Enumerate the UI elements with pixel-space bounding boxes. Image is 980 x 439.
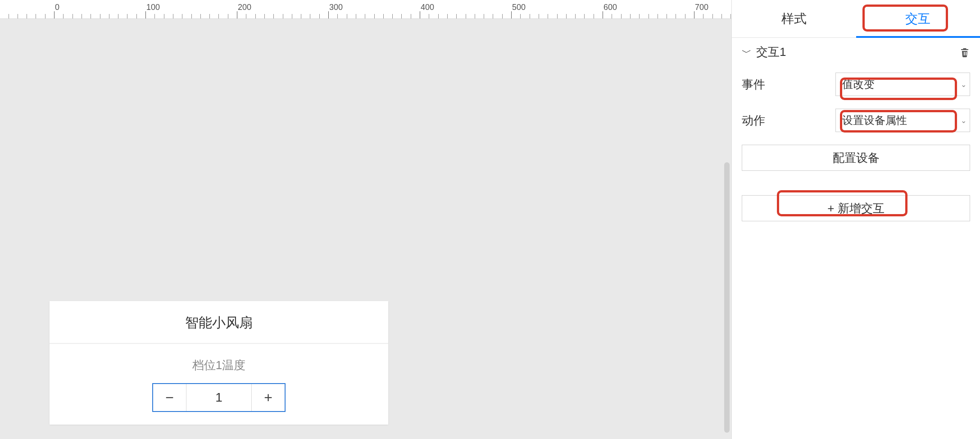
- ruler-label: 400: [421, 3, 434, 12]
- panel-tabs: 样式 交互: [732, 0, 980, 38]
- interaction-section-header[interactable]: ﹀交互1: [732, 38, 980, 66]
- ruler-label: 700: [695, 3, 708, 12]
- section-title: 交互1: [756, 45, 786, 59]
- row-event: 事件 值改变 ⌄: [732, 66, 980, 102]
- tab-style[interactable]: 样式: [732, 0, 856, 37]
- select-event[interactable]: 值改变: [835, 73, 970, 96]
- stepper-increment-button[interactable]: +: [251, 384, 285, 411]
- properties-panel: 样式 交互 ﹀交互1 事件 值改变 ⌄ 动作 设置设备属性 ⌄ 配置设备 + 新…: [731, 0, 980, 439]
- ruler-label: 200: [238, 3, 251, 12]
- row-action: 动作 设置设备属性 ⌄: [732, 102, 980, 138]
- widget-subtitle: 档位1温度: [50, 344, 388, 383]
- scrollbar-vertical[interactable]: [724, 162, 730, 433]
- select-action[interactable]: 设置设备属性: [835, 109, 970, 132]
- trash-icon[interactable]: [959, 47, 970, 58]
- widget-title: 智能小风扇: [50, 301, 388, 344]
- canvas-area[interactable]: 0100200300400500600700 智能小风扇 档位1温度 − 1 +: [0, 0, 731, 439]
- ruler-label: 0: [55, 3, 59, 12]
- ruler-label: 300: [329, 3, 343, 12]
- widget-card[interactable]: 智能小风扇 档位1温度 − 1 +: [50, 301, 388, 425]
- quantity-stepper: − 1 +: [152, 383, 286, 412]
- label-action: 动作: [742, 113, 827, 128]
- add-interaction-button[interactable]: + 新增交互: [742, 195, 970, 221]
- configure-device-button[interactable]: 配置设备: [742, 145, 970, 171]
- stepper-value[interactable]: 1: [186, 384, 251, 411]
- tab-interaction[interactable]: 交互: [856, 0, 980, 37]
- chevron-down-icon: ﹀: [742, 47, 752, 58]
- ruler-label: 600: [603, 3, 617, 12]
- ruler-label: 500: [512, 3, 526, 12]
- stepper-decrement-button[interactable]: −: [153, 384, 186, 411]
- ruler-label: 100: [146, 3, 160, 12]
- horizontal-ruler: 0100200300400500600700: [0, 0, 731, 19]
- label-event: 事件: [742, 77, 827, 92]
